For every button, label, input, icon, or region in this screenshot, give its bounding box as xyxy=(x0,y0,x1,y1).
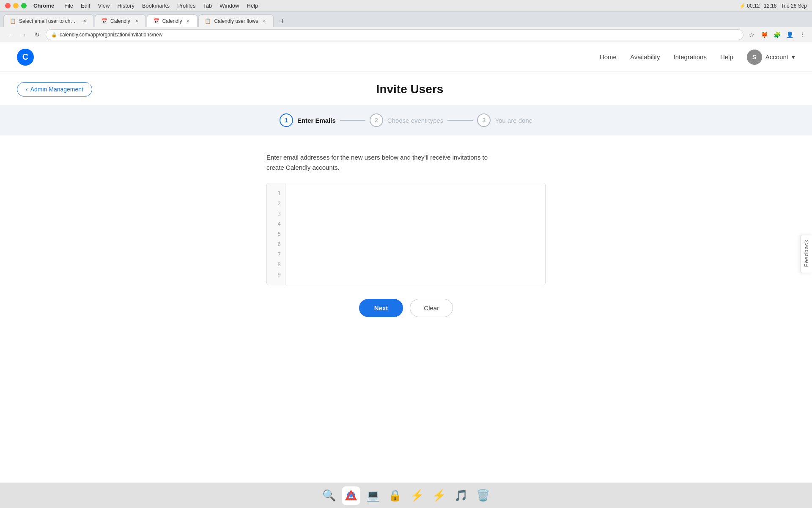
stepper-container: 1 Enter Emails 2 Choose event types 3 Yo… xyxy=(0,105,812,135)
step-1: 1 Enter Emails xyxy=(280,113,336,127)
menu-tab[interactable]: Tab xyxy=(203,3,212,9)
tab-2-favicon: 📅 xyxy=(101,18,107,24)
step-2: 2 Choose event types xyxy=(370,113,444,127)
address-bar[interactable]: 🔒 calendly.com/app/organization/invitati… xyxy=(46,29,743,40)
menu-history[interactable]: History xyxy=(117,3,134,9)
battery-indicator: ⚡ 00:12 xyxy=(739,3,760,9)
extension-icon-fox[interactable]: 🦊 xyxy=(760,30,769,39)
refresh-button[interactable]: ↻ xyxy=(32,30,42,40)
nav-integrations[interactable]: Integrations xyxy=(674,53,707,61)
profile-icon[interactable]: 👤 xyxy=(785,30,794,39)
account-button[interactable]: S Account ▾ xyxy=(747,50,795,65)
tab-2-close[interactable]: ✕ xyxy=(134,18,140,24)
feedback-label: Feedback xyxy=(803,239,809,267)
extension-icon-puzzle[interactable]: 🧩 xyxy=(772,30,782,39)
new-tab-button[interactable]: + xyxy=(276,15,288,27)
lock-icon: 🔒 xyxy=(51,32,57,38)
dock-reeder[interactable]: ⚡ xyxy=(408,486,426,505)
dock-icon-6[interactable]: ⚡ xyxy=(430,486,448,505)
line-number-9: 9 xyxy=(277,270,281,280)
tab-2-label: Calendly xyxy=(110,18,130,24)
step-2-circle: 2 xyxy=(370,113,383,127)
feedback-tab[interactable]: Feedback xyxy=(800,235,812,273)
tab-3[interactable]: 📅 Calendly ✕ xyxy=(147,14,198,27)
admin-management-back-button[interactable]: ‹ Admin Management xyxy=(17,82,92,97)
menu-window[interactable]: Window xyxy=(219,3,239,9)
stepper: 1 Enter Emails 2 Choose event types 3 Yo… xyxy=(280,113,532,127)
line-number-4: 4 xyxy=(277,219,281,229)
email-editor: 1 2 3 4 5 6 7 8 9 xyxy=(266,183,546,285)
nav-home[interactable]: Home xyxy=(600,53,617,61)
dock-1password[interactable]: 🔒 xyxy=(386,486,404,505)
dock-terminal[interactable]: 💻 xyxy=(364,486,382,505)
tab-1[interactable]: 📋 Select email user to change | ✕ xyxy=(3,14,94,27)
menu-profiles[interactable]: Profiles xyxy=(177,3,195,9)
browser-chrome: 📋 Select email user to change | ✕ 📅 Cale… xyxy=(0,12,812,42)
tab-4[interactable]: 📋 Calendly user flows ✕ xyxy=(198,14,274,27)
maximize-button[interactable] xyxy=(21,3,27,8)
step-3-label: You are done xyxy=(495,117,532,124)
tab-3-close[interactable]: ✕ xyxy=(185,18,191,24)
step-2-label: Choose event types xyxy=(387,117,444,124)
tab-4-label: Calendly user flows xyxy=(214,18,258,24)
dock-trash[interactable]: 🗑️ xyxy=(474,486,492,505)
page-wrapper: ‹ Admin Management Invite Users 1 Enter … xyxy=(0,72,812,351)
menu-file[interactable]: File xyxy=(64,3,73,9)
tab-4-favicon: 📋 xyxy=(205,18,211,24)
menu-bookmarks[interactable]: Bookmarks xyxy=(142,3,170,9)
site-header: C Home Availability Integrations Help S … xyxy=(0,42,812,72)
line-number-2: 2 xyxy=(277,199,281,209)
nav-availability[interactable]: Availability xyxy=(630,53,660,61)
clock: 12:18 xyxy=(764,3,776,9)
bookmark-icon[interactable]: ☆ xyxy=(747,30,756,39)
page-title: Invite Users xyxy=(92,83,727,96)
line-number-8: 8 xyxy=(277,260,281,270)
tab-2[interactable]: 📅 Calendly ✕ xyxy=(95,14,146,27)
close-button[interactable] xyxy=(5,3,11,8)
step-1-label: Enter Emails xyxy=(297,117,336,124)
tab-1-label: Select email user to change | xyxy=(19,18,78,24)
forward-button[interactable]: → xyxy=(19,30,29,40)
menu-edit[interactable]: Edit xyxy=(81,3,90,9)
account-chevron-icon: ▾ xyxy=(792,53,795,61)
clear-button[interactable]: Clear xyxy=(410,299,453,317)
action-buttons: Next Clear xyxy=(266,299,546,317)
tab-4-close[interactable]: ✕ xyxy=(261,18,267,24)
site-logo[interactable]: C xyxy=(17,49,34,66)
back-chevron-icon: ‹ xyxy=(26,86,28,93)
step-connector-1-2 xyxy=(340,120,365,121)
step-3-circle: 3 xyxy=(477,113,491,127)
date-display: Tue 28 Sep xyxy=(781,3,807,9)
next-button[interactable]: Next xyxy=(359,299,403,317)
step-3: 3 You are done xyxy=(477,113,532,127)
tab-1-close[interactable]: ✕ xyxy=(82,18,88,24)
minimize-button[interactable] xyxy=(13,3,19,8)
dock-icon-7[interactable]: 🎵 xyxy=(452,486,470,505)
tabs-bar: 📋 Select email user to change | ✕ 📅 Cale… xyxy=(0,12,812,27)
admin-management-label: Admin Management xyxy=(30,86,83,93)
app-name: Chrome xyxy=(33,3,54,9)
breadcrumb-bar: ‹ Admin Management Invite Users xyxy=(0,72,812,97)
dock-chrome[interactable] xyxy=(342,486,360,505)
back-button[interactable]: ← xyxy=(5,30,15,40)
titlebar-right: ⚡ 00:12 12:18 Tue 28 Sep xyxy=(739,3,807,9)
dock-finder[interactable]: 🔍 xyxy=(320,486,338,505)
site-nav: Home Availability Integrations Help S Ac… xyxy=(600,50,795,65)
menu-help[interactable]: Help xyxy=(247,3,258,9)
line-number-7: 7 xyxy=(277,249,281,260)
dock: 🔍 💻 🔒 ⚡ ⚡ 🎵 🗑️ xyxy=(0,483,812,508)
tab-3-label: Calendly xyxy=(162,18,182,24)
line-number-5: 5 xyxy=(277,229,281,239)
account-label: Account xyxy=(765,53,788,61)
nav-help[interactable]: Help xyxy=(720,53,733,61)
main-content: Enter email addresses for the new users … xyxy=(258,135,554,334)
line-number-6: 6 xyxy=(277,239,281,249)
more-options-icon[interactable]: ⋮ xyxy=(798,30,807,39)
toolbar-actions: ☆ 🦊 🧩 👤 ⋮ xyxy=(747,30,807,39)
instructions-text: Enter email addresses for the new users … xyxy=(266,152,546,173)
titlebar: Chrome File Edit View History Bookmarks … xyxy=(0,0,812,12)
browser-toolbar: ← → ↻ 🔒 calendly.com/app/organization/in… xyxy=(0,27,812,42)
menu-view[interactable]: View xyxy=(98,3,110,9)
email-textarea[interactable] xyxy=(285,183,545,285)
svg-point-2 xyxy=(349,494,353,497)
